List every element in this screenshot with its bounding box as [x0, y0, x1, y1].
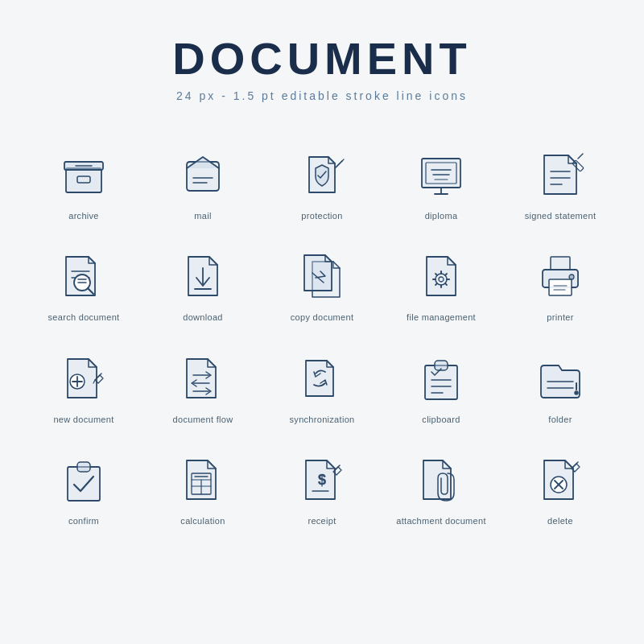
icon-cell-synchronization: synchronization	[262, 335, 382, 436]
icon-cell-confirm: confirm	[24, 436, 143, 538]
mail-label: mail	[194, 210, 211, 221]
mail-icon	[174, 146, 232, 204]
icon-cell-receipt: $ receipt	[262, 436, 382, 538]
delete-icon	[531, 451, 589, 509]
icon-cell-printer: printer	[501, 233, 620, 334]
page-subtitle: 24 px - 1.5 pt editable stroke line icon…	[176, 89, 468, 102]
archive-label: archive	[68, 210, 99, 221]
svg-rect-41	[549, 279, 572, 295]
folder-icon	[531, 349, 589, 407]
icon-cell-archive: archive	[24, 131, 143, 233]
svg-rect-0	[66, 168, 101, 192]
icon-cell-copy-document: copy document	[262, 233, 382, 334]
file-management-label: file management	[407, 312, 476, 323]
clipboard-icon	[412, 349, 470, 407]
attachment-document-icon	[412, 451, 470, 509]
icon-cell-attachment-document: attachment document	[382, 436, 501, 538]
icon-cell-file-management: file management	[382, 233, 501, 334]
new-document-icon	[55, 349, 113, 407]
file-management-icon	[412, 247, 470, 305]
synchronization-label: synchronization	[290, 414, 355, 425]
search-document-icon	[55, 247, 113, 305]
confirm-label: confirm	[68, 515, 99, 526]
attachment-document-label: attachment document	[396, 515, 485, 526]
document-flow-icon	[174, 349, 232, 407]
receipt-label: receipt	[308, 515, 336, 526]
delete-label: delete	[547, 515, 573, 526]
icon-cell-delete: delete	[501, 436, 620, 538]
confirm-icon	[55, 451, 113, 509]
main-card: DOCUMENT 24 px - 1.5 pt editable stroke …	[0, 0, 644, 644]
diploma-icon	[412, 146, 470, 204]
icon-cell-mail: mail	[143, 131, 262, 233]
printer-icon	[531, 247, 589, 305]
printer-label: printer	[547, 312, 573, 323]
calculation-label: calculation	[180, 515, 225, 526]
folder-label: folder	[548, 414, 572, 425]
download-icon	[174, 247, 232, 305]
calculation-icon	[174, 451, 232, 509]
icon-cell-diploma: diploma	[382, 131, 501, 233]
icon-cell-download: download	[143, 233, 262, 334]
clipboard-label: clipboard	[422, 414, 460, 425]
icon-cell-new-document: new document	[24, 335, 143, 436]
page-title: DOCUMENT	[172, 32, 472, 85]
archive-icon	[55, 146, 113, 204]
svg-text:$: $	[318, 472, 326, 488]
diploma-label: diploma	[425, 210, 458, 221]
icons-grid: archive mail	[24, 131, 620, 538]
protection-label: protection	[301, 210, 342, 221]
protection-icon	[293, 146, 351, 204]
document-flow-label: document flow	[173, 414, 233, 425]
svg-rect-63	[77, 462, 90, 472]
icon-cell-document-flow: document flow	[143, 335, 262, 436]
svg-point-61	[575, 391, 578, 394]
svg-line-18	[578, 154, 583, 159]
icon-cell-clipboard: clipboard	[382, 335, 501, 436]
copy-document-label: copy document	[291, 312, 354, 323]
icon-cell-search-document: search document	[24, 233, 143, 334]
new-document-label: new document	[53, 414, 114, 425]
search-document-label: search document	[48, 312, 120, 323]
icon-cell-folder: folder	[501, 335, 620, 436]
synchronization-icon	[293, 349, 351, 407]
icon-cell-calculation: calculation	[143, 436, 262, 538]
svg-rect-39	[551, 257, 570, 270]
signed-statement-label: signed statement	[525, 210, 597, 221]
icon-cell-protection: protection	[262, 131, 382, 233]
copy-document-icon	[293, 247, 351, 305]
receipt-icon: $	[293, 451, 351, 509]
signed-statement-icon	[531, 146, 589, 204]
svg-point-44	[569, 275, 574, 279]
download-label: download	[183, 312, 223, 323]
icon-cell-signed-statement: signed statement	[501, 131, 620, 233]
